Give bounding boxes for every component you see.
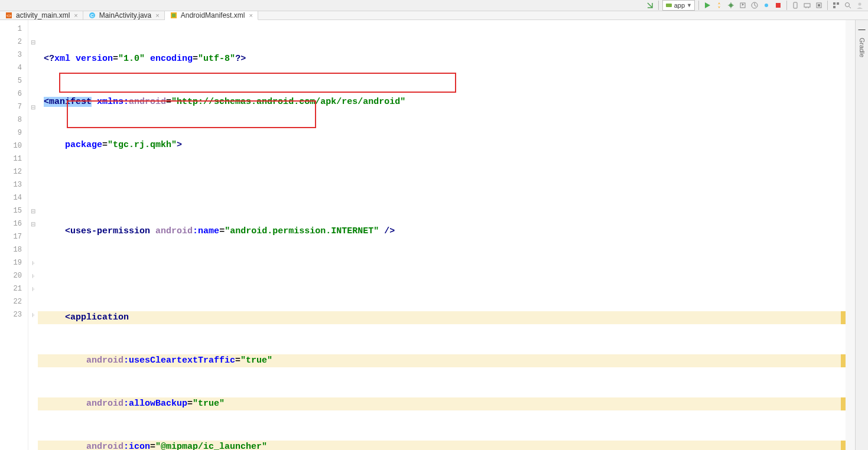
line-number: 16 (0, 217, 28, 230)
line-number: 3 (0, 48, 28, 61)
line-number: 13 (0, 178, 28, 191)
editor-area: 1 2 3 4 5 6 7 8 9 10 11 12 13 14 15 16 1… (0, 20, 868, 450)
line-number: 4 (0, 61, 28, 74)
line-number-gutter: 1 2 3 4 5 6 7 8 9 10 11 12 13 14 15 16 1… (0, 20, 28, 450)
fold-gutter: ⊟ ⊟ ⊟ ⊟ ⊦ ⊦ ⊦ ⊦ (28, 20, 38, 450)
attach-debugger-icon[interactable] (762, 1, 771, 10)
line-number: 1 (0, 22, 28, 35)
debug-icon[interactable] (726, 1, 736, 10)
svg-text:<>: <> (6, 14, 11, 18)
line-number: 15 (0, 204, 28, 217)
gradle-tool-tab[interactable]: Gradle (857, 34, 867, 61)
code-editor[interactable]: <?xml version="1.0" encoding="utf-8"?> <… (38, 20, 846, 450)
svg-rect-13 (818, 4, 820, 6)
user-icon[interactable] (855, 1, 864, 10)
line-number: 19 (0, 256, 28, 269)
code-line: android:allowBackup="true" (38, 397, 846, 410)
code-line: <uses-permission android:name="android.p… (38, 225, 846, 238)
svg-point-19 (859, 3, 862, 6)
sync-icon[interactable] (645, 1, 655, 10)
line-number: 22 (0, 295, 28, 308)
line-number: 11 (0, 152, 28, 165)
svg-text:C: C (90, 13, 94, 18)
svg-rect-0 (666, 4, 672, 7)
svg-point-17 (846, 3, 850, 7)
close-icon[interactable]: × (249, 12, 252, 19)
run-config-dropdown[interactable]: app ▼ (662, 0, 695, 11)
layout-inspector-icon[interactable] (814, 1, 824, 10)
line-number: 21 (0, 282, 28, 295)
separator (786, 1, 787, 10)
tab-androidmanifest-xml[interactable]: AndroidManifest.xml × (165, 11, 258, 20)
xml-file-icon: <> (5, 11, 13, 19)
svg-rect-14 (833, 2, 836, 5)
line-number: 20 (0, 269, 28, 282)
line-number: 18 (0, 243, 28, 256)
fold-handle[interactable]: ⊟ (28, 100, 38, 113)
stop-icon[interactable] (773, 1, 783, 10)
separator (658, 1, 659, 10)
line-number: 17 (0, 230, 28, 243)
svg-rect-16 (833, 6, 836, 8)
line-number: 14 (0, 191, 28, 204)
line-number: 8 (0, 113, 28, 126)
separator (827, 1, 828, 10)
tab-activity-main-xml[interactable]: <> activity_main.xml × (0, 11, 83, 19)
project-structure-icon[interactable] (831, 1, 841, 10)
apply-changes-icon[interactable] (714, 1, 724, 10)
code-line: <manifest xmlns:android="http://schemas.… (38, 96, 846, 109)
tab-label: MainActivity.java (99, 11, 151, 19)
line-number: 9 (0, 126, 28, 139)
fold-handle[interactable]: ⊟ (28, 35, 38, 48)
svg-point-1 (729, 4, 733, 7)
line-number: 2 (0, 35, 28, 48)
manifest-file-icon (170, 11, 178, 19)
code-line (38, 182, 846, 195)
svg-line-18 (849, 6, 851, 8)
search-icon[interactable] (843, 1, 853, 10)
tab-label: AndroidManifest.xml (181, 11, 245, 19)
line-number: 5 (0, 74, 28, 87)
run-config-label: app (674, 2, 685, 9)
separator (698, 1, 699, 10)
java-file-icon: C (88, 11, 96, 19)
code-line: android:icon="@mipmap/ic_launcher" (38, 441, 846, 450)
line-number: 12 (0, 165, 28, 178)
avd-manager-icon[interactable] (791, 1, 800, 10)
code-line: <?xml version="1.0" encoding="utf-8"?> (38, 53, 846, 66)
annotation-box (59, 73, 456, 93)
line-number: 6 (0, 87, 28, 100)
main-toolbar: app ▼ (0, 0, 868, 11)
chevron-down-icon: ▼ (687, 2, 692, 8)
svg-rect-9 (776, 3, 781, 8)
editor-minimap[interactable] (846, 20, 855, 450)
code-line: <application (38, 311, 846, 324)
code-line: package="tgc.rj.qmkh"> (38, 139, 846, 152)
profile-icon[interactable] (750, 1, 759, 10)
close-icon[interactable]: × (155, 12, 159, 19)
coverage-icon[interactable] (738, 1, 747, 10)
sdk-manager-icon[interactable] (802, 1, 812, 10)
tab-label: activity_main.xml (16, 11, 70, 19)
fold-handle[interactable]: ⊟ (28, 204, 38, 217)
run-icon[interactable] (703, 1, 712, 10)
svg-rect-25 (172, 14, 175, 17)
code-line (38, 268, 846, 281)
svg-point-8 (765, 4, 768, 7)
code-line: android:usesCleartextTraffic="true" (38, 354, 846, 367)
line-number: 23 (0, 308, 28, 321)
right-tool-strip: — Gradle (855, 20, 868, 450)
editor-tab-bar: <> activity_main.xml × C MainActivity.ja… (0, 11, 868, 20)
line-number: 7 (0, 100, 28, 113)
svg-rect-10 (794, 2, 797, 8)
close-icon[interactable]: × (74, 12, 77, 19)
fold-handle[interactable]: ⊟ (28, 217, 38, 230)
hide-icon[interactable]: — (857, 25, 867, 34)
tab-mainactivity-java[interactable]: C MainActivity.java × (83, 11, 165, 19)
svg-rect-11 (804, 4, 810, 7)
svg-rect-15 (837, 2, 839, 5)
line-number: 10 (0, 139, 28, 152)
